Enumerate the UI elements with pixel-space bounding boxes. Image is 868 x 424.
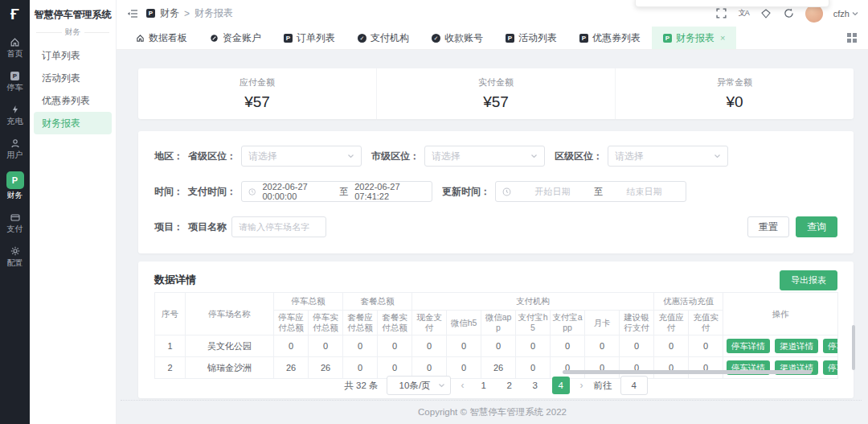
export-report-button[interactable]: 导出报表 xyxy=(780,270,837,290)
parking-icon: P xyxy=(579,34,588,43)
rail-item-charging[interactable]: 充电 xyxy=(0,104,30,126)
summary-value: ¥57 xyxy=(244,93,270,111)
tab-bar: 数据看板 资金账户 P 订单列表 ✓ 支付机构 ✓ 收款账号 P 活动列表 P … xyxy=(117,27,868,50)
city-select[interactable]: 请选择 xyxy=(424,146,545,167)
rail-item-label: 首页 xyxy=(7,50,23,58)
search-button[interactable]: 查询 xyxy=(796,216,837,237)
summary-paid: 实付金额 ¥57 xyxy=(376,68,615,119)
horizontal-scrollbar[interactable] xyxy=(563,370,812,374)
goto-page-input[interactable] xyxy=(620,376,648,395)
page-1[interactable]: 1 xyxy=(475,377,493,394)
parking-details-button[interactable]: 停车详情 xyxy=(727,339,770,353)
theme-icon[interactable] xyxy=(760,7,772,19)
page-2[interactable]: 2 xyxy=(501,377,518,394)
page-4-current[interactable]: 4 xyxy=(552,377,570,394)
rail-item-label: 配置 xyxy=(7,259,23,267)
update-end-placeholder: 结束日期 xyxy=(609,186,679,198)
col-parking-payable: 停车应付总额 xyxy=(274,311,309,335)
breadcrumb: P 财务 > 财务报表 xyxy=(146,6,233,20)
secondary-sidebar: 智慧停车管理系统 财务 订单列表 活动列表 优惠券列表 财务报表 xyxy=(30,0,117,424)
rail-item-parking[interactable]: P 停车 xyxy=(0,70,30,92)
rail-item-users[interactable]: 用户 xyxy=(0,138,30,159)
refresh-icon[interactable] xyxy=(783,7,795,19)
col-parking-paid: 停车实付总额 xyxy=(309,311,343,335)
tab-coupon-list[interactable]: P 优惠券列表 xyxy=(568,27,652,49)
tab-activity-list[interactable]: P 活动列表 xyxy=(494,27,568,49)
tab-fund-accounts[interactable]: 资金账户 xyxy=(199,27,272,49)
footer-divider xyxy=(121,400,862,401)
tab-dashboard[interactable]: 数据看板 xyxy=(125,27,199,49)
breadcrumb-current: 财务报表 xyxy=(194,6,233,20)
page-3[interactable]: 3 xyxy=(526,377,544,394)
col-package-payable: 套餐应付总额 xyxy=(343,311,378,335)
check-circle-icon: ✓ xyxy=(358,34,366,43)
col-recharge-paid: 充值实付 xyxy=(689,311,723,335)
reset-button[interactable]: 重置 xyxy=(747,216,789,237)
province-select[interactable]: 请选择 xyxy=(241,146,362,167)
col-group-pay-channels: 支付机构 xyxy=(412,293,654,311)
col-wechat-app: 微信app xyxy=(481,311,516,335)
update-time-range[interactable]: 开始日期 至 结束日期 xyxy=(495,181,686,202)
total-count: 共 32 条 xyxy=(344,380,378,392)
sidebar-item-coupons[interactable]: 优惠券列表 xyxy=(30,89,116,112)
data-details-title: 数据详情 xyxy=(154,273,196,287)
fullscreen-icon[interactable] xyxy=(715,7,727,19)
rail-item-label: 支付 xyxy=(7,225,23,233)
rail-item-home[interactable]: 首页 xyxy=(0,36,30,58)
search-popup-sliver xyxy=(635,0,829,7)
payment-icon xyxy=(10,212,21,223)
sidebar-collapse-icon[interactable] xyxy=(126,7,138,19)
next-page-button[interactable]: › xyxy=(578,380,586,391)
project-name-input[interactable] xyxy=(231,216,326,237)
pay-time-range[interactable]: 2022-06-27 00:00:00 至 2022-06-27 07:41:2… xyxy=(241,181,432,202)
parking-records-button[interactable]: 停车记录 xyxy=(823,360,837,375)
tab-options-grid-icon[interactable] xyxy=(847,33,857,43)
tab-finance-report[interactable]: P 财务报表 × xyxy=(652,27,736,49)
range-separator: 至 xyxy=(339,186,348,198)
channel-details-button[interactable]: 渠道详情 xyxy=(775,339,818,353)
col-group-parking-total: 停车总额 xyxy=(274,293,343,311)
tab-order-list[interactable]: P 订单列表 xyxy=(272,27,346,49)
tab-payment-channels[interactable]: ✓ 支付机构 xyxy=(346,27,420,49)
user-menu[interactable]: cfzh xyxy=(833,9,858,19)
username: cfzh xyxy=(833,9,850,19)
goto-label: 前往 xyxy=(594,380,612,392)
clock-icon xyxy=(502,187,511,196)
page-size-select[interactable]: 10条/页 xyxy=(387,376,451,395)
district-select[interactable]: 请选择 xyxy=(608,146,728,167)
parking-name-cell: 吴文化公园 xyxy=(186,335,274,357)
col-actions: 操作 xyxy=(723,293,838,335)
rail-item-finance[interactable]: P 财务 xyxy=(0,171,30,200)
col-ccb-pay: 建设银行支付 xyxy=(620,311,654,335)
vertical-scrollbar[interactable] xyxy=(852,325,855,370)
col-alipay-app: 支付宝app xyxy=(551,311,585,335)
parking-records-button[interactable]: 停车记录 xyxy=(823,339,837,353)
summary-card: 应付金额 ¥57 实付金额 ¥57 异常金额 ¥0 xyxy=(138,68,854,119)
col-package-paid: 套餐实付总额 xyxy=(378,311,412,335)
prev-page-button[interactable]: ‹ xyxy=(459,380,467,391)
sidebar-item-orders[interactable]: 订单列表 xyxy=(30,44,116,67)
sidebar-item-activities[interactable]: 活动列表 xyxy=(30,67,116,89)
province-label: 省级区位： xyxy=(188,150,236,163)
charging-icon xyxy=(10,104,21,115)
col-monthly-card: 月卡 xyxy=(585,311,620,335)
summary-abnormal: 异常金额 ¥0 xyxy=(615,68,854,119)
city-label: 市级区位： xyxy=(371,150,420,163)
rail-item-label: 停车 xyxy=(7,84,23,92)
breadcrumb-root[interactable]: 财务 xyxy=(160,6,179,20)
pay-start-value: 2022-06-27 00:00:00 xyxy=(262,182,333,201)
rail-item-settings[interactable]: 配置 xyxy=(0,245,30,267)
summary-label: 应付金额 xyxy=(240,76,275,89)
compass-icon xyxy=(210,34,219,43)
tab-receiving-accounts[interactable]: ✓ 收款账号 xyxy=(420,27,494,49)
pagination: 共 32 条 10条/页 ‹ 1 2 3 4 › 前往 xyxy=(138,376,854,395)
translate-icon[interactable]: 文A xyxy=(738,7,750,19)
rail-item-label: 充电 xyxy=(7,117,23,126)
brand-logo[interactable]: Ғ xyxy=(6,5,25,24)
finance-icon: P xyxy=(6,171,24,189)
sidebar-item-finance-report[interactable]: 财务报表 xyxy=(34,112,112,134)
home-icon xyxy=(136,34,145,43)
tab-close-icon[interactable]: × xyxy=(720,33,725,43)
rail-item-payment[interactable]: 支付 xyxy=(0,212,30,233)
summary-value: ¥57 xyxy=(483,93,509,111)
